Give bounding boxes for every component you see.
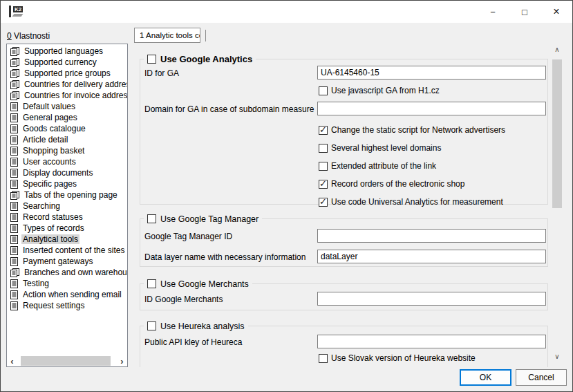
window-controls: − □ × (477, 1, 572, 23)
scrollbar-thumb[interactable] (552, 59, 562, 208)
sidebar-item[interactable]: Shopping basket (7, 145, 127, 156)
use-google-analytics-checkbox[interactable] (147, 55, 156, 64)
sidebar-item[interactable]: Payment gateways (7, 256, 127, 267)
ga-option-checkbox[interactable] (319, 162, 328, 171)
sidebar-item[interactable]: Tabs of the opening page (7, 189, 127, 200)
sidebar-item-label: General pages (21, 113, 79, 122)
properties-label-accel: 0 (7, 31, 12, 41)
sidebar-item[interactable]: Testing (7, 278, 127, 289)
sidebar-item[interactable]: Countries for invoice addresses (7, 90, 127, 101)
scrollbar-track[interactable] (552, 55, 563, 351)
sidebar-item[interactable]: General pages (7, 112, 127, 123)
group-google-analytics-title: Use Google Analytics (160, 54, 252, 64)
use-js-ga-checkbox[interactable] (319, 86, 328, 95)
ga-option-checkbox-row[interactable]: Use code Universal Analytics for measure… (319, 193, 505, 211)
use-merchants-checkbox[interactable] (147, 279, 156, 288)
id-for-ga-input[interactable] (317, 66, 546, 80)
tab-analytic-tools[interactable]: 1 Analytic tools co... (134, 28, 200, 43)
gtm-id-input[interactable] (317, 229, 546, 243)
sidebar-item[interactable]: Article detail (7, 134, 127, 145)
sidebar-item-label: Default values (21, 102, 77, 111)
sidebar-item[interactable]: Analytical tools (7, 234, 127, 245)
ga-option-label: Use code Universal Analytics for measure… (331, 197, 503, 207)
document-icon (10, 257, 18, 266)
document-icon (10, 235, 18, 244)
use-js-ga-label: Use javascript GA from H1.cz (331, 86, 440, 95)
ga-option-checkbox[interactable] (319, 144, 328, 153)
sidebar-item-label: Countries for delivery addresses (23, 80, 128, 89)
document-icon (10, 202, 18, 211)
ga-option-checkbox-row[interactable]: Several highest level domains (319, 139, 505, 157)
heureka-api-input[interactable] (317, 335, 546, 348)
document-icon (10, 113, 18, 122)
use-js-ga-checkbox-row[interactable]: Use javascript GA from H1.cz (319, 86, 440, 95)
document-icon (10, 147, 18, 156)
sidebar-item[interactable]: Supported currency (7, 57, 127, 68)
group-heureka-title: Use Heureka analysis (160, 321, 245, 331)
group-google-tag-manager: Use Google Tag Manager Google Tag Manage… (140, 218, 548, 267)
slovak-version-checkbox[interactable] (319, 354, 328, 363)
ga-option-checkbox[interactable] (319, 198, 328, 207)
dialog-window: K2 − □ × 0 Vlastnosti (0, 0, 573, 392)
sidebar-item[interactable]: Inserted content of the sites (7, 245, 127, 256)
maximize-button[interactable]: □ (509, 1, 541, 23)
sidebar-item-label: Supported currency (23, 57, 98, 67)
ga-option-checkbox-row[interactable]: Change the static script for Network adv… (319, 121, 505, 139)
document-icon (10, 279, 18, 288)
sidebar-item[interactable]: Default values (7, 101, 127, 112)
document-icon (10, 290, 18, 299)
group-gtm-caption: Use Google Tag Manager (144, 213, 262, 225)
document-icon (10, 102, 18, 111)
sidebar-item-label: Display documents (21, 168, 94, 178)
ga-option-checkbox-row[interactable]: Extended attribute of the link (319, 157, 505, 175)
sidebar-item[interactable]: Countries for delivery addresses (7, 79, 127, 90)
scroll-left-icon[interactable]: ‹ (7, 355, 17, 366)
sidebar-item-label: Branches and own warehouses (23, 268, 128, 277)
k2-logo-swoosh (12, 14, 24, 17)
slovak-version-checkbox-row[interactable]: Use Slovak version of Heureka website (319, 353, 476, 363)
properties-listbox: Supported languages Supported currency (6, 44, 128, 367)
ga-option-checkbox-row[interactable]: Record orders of the electronic shop (319, 175, 505, 193)
sidebar-item[interactable]: Goods catalogue (7, 123, 127, 134)
k2-logo-text: K2 (13, 6, 23, 12)
sidebar-item[interactable]: Branches and own warehouses (7, 267, 127, 278)
scroll-up-icon[interactable]: ∧ (552, 44, 563, 55)
sidebar-item[interactable]: Supported price groups (7, 68, 127, 79)
scroll-down-icon[interactable]: ∨ (552, 351, 563, 362)
sidebar-item[interactable]: Types of records (7, 223, 127, 234)
scrollbar-track[interactable] (17, 355, 117, 366)
ga-option-checkbox[interactable] (319, 126, 328, 135)
document-icon (10, 124, 18, 133)
main-vertical-scrollbar[interactable]: ∧ ∨ (552, 44, 563, 362)
cancel-button[interactable]: Cancel (516, 369, 567, 386)
sidebar-item[interactable]: Display documents (7, 167, 127, 178)
sidebar-item[interactable]: Action when sending email (7, 289, 127, 300)
use-gtm-checkbox[interactable] (147, 214, 156, 223)
merchants-id-input[interactable] (317, 292, 546, 306)
group-google-analytics-caption: Use Google Analytics (144, 53, 256, 65)
sidebar-item[interactable]: Supported languages (7, 46, 127, 57)
documents-stack-icon (10, 91, 19, 100)
sidebar-item[interactable]: Specific pages (7, 178, 127, 189)
datalayer-input[interactable] (317, 250, 546, 263)
properties-list: Supported languages Supported currency (7, 46, 127, 311)
scroll-right-icon[interactable]: › (117, 355, 127, 366)
sidebar-item[interactable]: Record statuses (7, 212, 127, 223)
use-heureka-checkbox[interactable] (147, 321, 156, 330)
document-icon (10, 136, 18, 144)
scrollbar-thumb[interactable] (21, 356, 111, 366)
group-merchants-title: Use Google Merchants (160, 279, 249, 289)
document-icon (10, 246, 18, 255)
minimize-button[interactable]: − (477, 1, 509, 23)
sidebar-item[interactable]: User accounts (7, 156, 127, 167)
close-button[interactable]: × (541, 1, 572, 23)
sidebar-item[interactable]: Searching (7, 200, 127, 212)
list-horizontal-scrollbar[interactable]: ‹ › (7, 355, 127, 366)
sidebar-item[interactable]: Request settings (7, 300, 127, 311)
id-for-ga-label: ID for GA (144, 68, 179, 78)
sidebar-item-label: Types of records (21, 223, 86, 233)
ga-option-checkbox[interactable] (319, 180, 328, 189)
domain-for-ga-input[interactable] (317, 102, 546, 115)
sidebar-item-label: Testing (21, 279, 50, 288)
ok-button[interactable]: OK (460, 369, 511, 386)
